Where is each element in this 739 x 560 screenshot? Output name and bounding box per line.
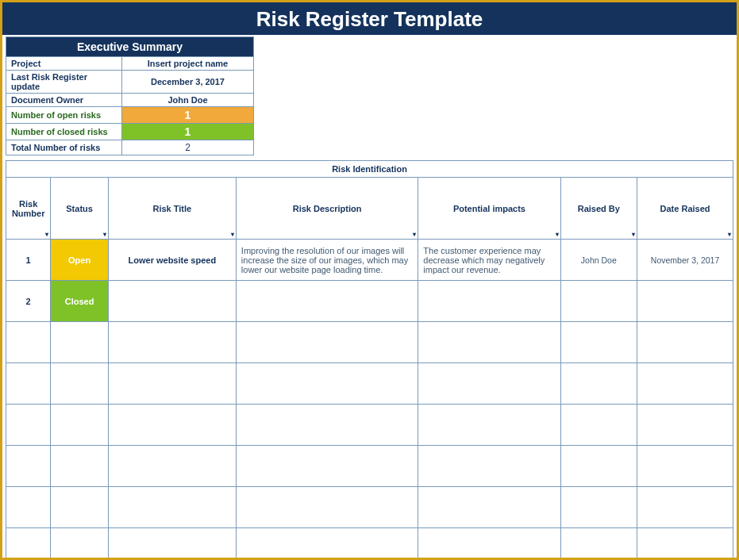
table-row: 2 Closed [6,281,733,322]
cell-risk-description[interactable]: Improving the resolution of our images w… [236,240,418,281]
cell-raised-by[interactable] [560,281,637,322]
summary-update-value[interactable]: December 3, 2017 [122,71,254,94]
cell-potential-impacts[interactable]: The customer experience may decrease whi… [418,240,560,281]
table-row [6,528,733,561]
table-row [6,405,733,446]
section-header-identification: Risk Identification [6,161,733,178]
summary-update-label: Last Risk Register update [6,71,122,94]
filter-icon[interactable]: ▾ [728,231,731,238]
title-bar: Risk Register Template [2,2,737,35]
col-hdr-raised-by[interactable]: Raised By▾ [560,178,637,240]
summary-open-label: Number of open risks [6,107,122,124]
summary-owner-value[interactable]: John Doe [122,94,254,107]
cell-date-raised[interactable]: November 3, 2017 [637,240,733,281]
summary-open-value: 1 [122,107,254,124]
filter-icon[interactable]: ▾ [556,231,559,238]
filter-icon[interactable]: ▾ [413,231,416,238]
filter-icon[interactable]: ▾ [632,231,635,238]
cell-status[interactable]: Closed [51,281,108,322]
col-hdr-risk-title[interactable]: Risk Title▾ [108,178,236,240]
table-row [6,322,733,363]
cell-status[interactable]: Open [51,240,108,281]
col-hdr-status[interactable]: Status▾ [51,178,108,240]
summary-header: Executive Summary [6,37,254,57]
table-row [6,363,733,405]
page-title: Risk Register Template [256,7,483,31]
summary-total-label: Total Number of risks [6,140,122,155]
filter-icon[interactable]: ▾ [45,231,48,238]
summary-closed-label: Number of closed risks [6,124,122,140]
column-header-row: Risk Number▾ Status▾ Risk Title▾ Risk De… [6,178,733,240]
executive-summary-table: Executive Summary Project Insert project… [6,36,254,155]
table-row [6,446,733,487]
summary-closed-value: 1 [122,124,254,140]
summary-total-value: 2 [122,140,254,155]
table-row [6,487,733,528]
col-hdr-date-raised[interactable]: Date Raised▾ [637,178,733,240]
risk-table: Risk Identification Risk Number▾ Status▾… [6,160,733,560]
cell-raised-by[interactable]: John Doe [560,240,637,281]
cell-date-raised[interactable] [637,281,733,322]
cell-risk-number[interactable]: 1 [6,240,51,281]
cell-potential-impacts[interactable] [418,281,560,322]
filter-icon[interactable]: ▾ [103,231,106,238]
summary-project-label: Project [6,57,122,71]
cell-risk-number[interactable]: 2 [6,281,51,322]
cell-risk-description[interactable] [236,281,418,322]
col-hdr-potential-impacts[interactable]: Potential impacts▾ [418,178,560,240]
table-row: 1 Open Lower website speed Improving the… [6,240,733,281]
col-hdr-risk-description[interactable]: Risk Description▾ [236,178,418,240]
col-hdr-risk-number[interactable]: Risk Number▾ [6,178,51,240]
summary-project-value[interactable]: Insert project name [122,57,254,71]
summary-owner-label: Document Owner [6,94,122,107]
filter-icon[interactable]: ▾ [231,231,234,238]
cell-risk-title[interactable]: Lower website speed [108,240,236,281]
cell-risk-title[interactable] [108,281,236,322]
